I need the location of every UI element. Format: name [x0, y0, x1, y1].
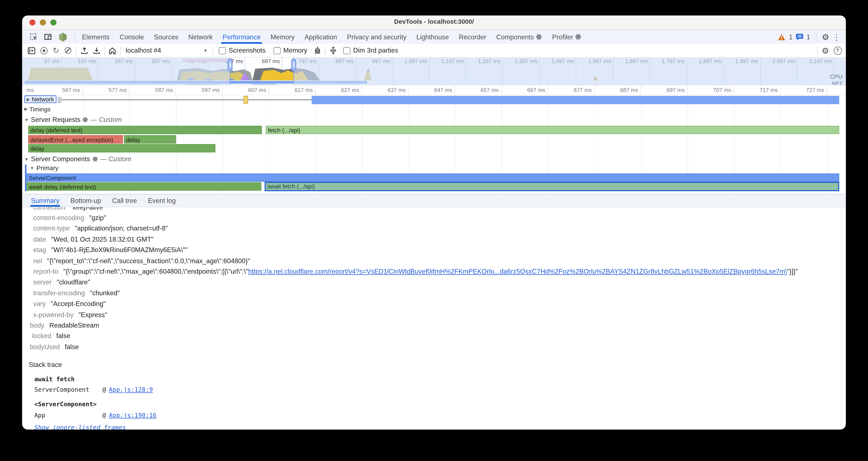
timeline-overview[interactable]: 97 ms197 ms297 ms397 ms497 ms597 ms697 m… — [22, 58, 846, 86]
memory-toggle[interactable]: Memory — [269, 47, 311, 54]
track-resize-grip[interactable] — [58, 97, 62, 103]
load-profile-icon[interactable] — [78, 45, 90, 56]
summary-pane[interactable]: connection"keep-alive" content-encoding"… — [22, 207, 846, 429]
stack-frame: ServerComponent @ App.js:128:9 — [22, 384, 846, 395]
collect-garbage-icon[interactable] — [311, 45, 323, 56]
tab-lighthouse[interactable]: Lighthouse — [411, 30, 454, 44]
react-atom-icon — [83, 117, 88, 122]
header-row: bodyReadableStream — [22, 320, 846, 330]
screen: DevTools - localhost:3000/ Elements Cons… — [0, 0, 868, 461]
memory-checkbox[interactable] — [273, 47, 281, 54]
header-row: etag"W/\"4b1-RjEJloX9kRinu6F0MAZMmy6E5iA… — [22, 244, 846, 255]
tab-network[interactable]: Network — [183, 30, 218, 44]
report-endpoint-link[interactable]: https://a.nel.cloudflare.com/report/v4?s… — [248, 268, 787, 276]
help-icon[interactable]: ? — [832, 45, 844, 56]
history-selected-value: localhost #4 — [126, 47, 200, 54]
tab-memory[interactable]: Memory — [266, 30, 300, 44]
disclosure-right-icon[interactable]: ▶ — [27, 97, 30, 102]
header-row: connection"keep-alive" — [22, 207, 846, 212]
show-ignore-listed-frames-link[interactable]: Show ignore-listed frames — [34, 424, 126, 429]
header-row: transfer-encoding"chunked" — [22, 288, 846, 298]
tab-performance[interactable]: Performance — [218, 30, 266, 44]
overview-shade-right — [293, 58, 846, 85]
disclosure-down-icon[interactable]: ▼ — [30, 166, 34, 170]
event-fetch-api[interactable]: fetch (.../api) — [266, 126, 839, 134]
tab-elements[interactable]: Elements — [77, 30, 115, 44]
event-delayed-error[interactable]: delayedError (...ayed exception) — [28, 135, 123, 143]
tab-bottom-up[interactable]: Bottom-up — [65, 195, 106, 207]
server-requests-header[interactable]: ▼ Server Requests — Custom — [22, 116, 122, 123]
home-icon[interactable] — [106, 45, 119, 56]
capture-settings-gear-icon[interactable]: ⚙ — [819, 45, 832, 56]
header-row: lockedfalse — [22, 331, 846, 342]
header-row: content-type"application/json; charset=u… — [22, 223, 846, 234]
tab-console[interactable]: Console — [115, 30, 149, 44]
dim-3rd-parties-checkbox[interactable] — [343, 47, 350, 54]
event-server-component[interactable]: ServerComponent — [27, 173, 839, 182]
network-track[interactable]: ▶ Network — [22, 95, 846, 104]
tab-summary[interactable]: Summary — [25, 195, 65, 207]
primary-group-header[interactable]: ▼ Primary — [22, 165, 59, 171]
tab-application[interactable]: Application — [300, 30, 342, 44]
screenshots-toggle[interactable]: Screenshots — [215, 47, 270, 54]
network-request-short[interactable] — [244, 96, 248, 104]
tab-sources[interactable]: Sources — [149, 30, 183, 44]
tab-event-log[interactable]: Event log — [143, 195, 181, 207]
disclosure-right-icon[interactable]: ▶ — [24, 107, 28, 111]
event-delay-c[interactable]: delay — [28, 144, 215, 152]
event-delay-deferred[interactable]: delay (deferred text) — [28, 126, 262, 134]
event-await-delay[interactable]: await delay (deferred text) — [27, 182, 261, 191]
network-request-api[interactable] — [312, 95, 839, 104]
history-select[interactable]: localhost #4 ▼ — [122, 47, 211, 54]
selection-handle-left[interactable] — [227, 58, 232, 85]
server-components-header[interactable]: ▼ Server Components — Custom — [22, 155, 131, 163]
event-delay-b[interactable]: delay — [124, 135, 176, 143]
tab-recorder[interactable]: Recorder — [454, 30, 491, 44]
disclosure-down-icon[interactable]: ▼ — [24, 117, 29, 122]
warning-icon[interactable] — [778, 34, 785, 40]
performance-toolbar: ↻ localhost #4 ▼ Screenshots Memory — [22, 44, 846, 58]
timings-track[interactable]: ▶ Timings — [22, 105, 846, 114]
tab-profiler[interactable]: Profiler — [547, 30, 587, 44]
header-row: content-encoding"gzip" — [22, 212, 846, 223]
source-link[interactable]: App.js:190:16 — [109, 412, 157, 419]
react-atom-icon — [92, 156, 98, 162]
disclosure-down-icon[interactable]: ▼ — [24, 156, 29, 162]
scrollbar-track[interactable] — [841, 207, 841, 429]
window-title: DevTools - localhost:3000/ — [22, 19, 846, 25]
dim-3rd-parties-toggle[interactable]: Dim 3rd parties — [339, 47, 402, 54]
nodejs-icon[interactable] — [56, 31, 68, 42]
net-lane-label: NET — [832, 80, 843, 85]
live-metrics-icon[interactable] — [25, 45, 38, 56]
header-row: vary"Accept-Encoding" — [22, 298, 846, 309]
collapse-sanity-icon[interactable] — [327, 45, 339, 56]
selection-handle-right[interactable] — [291, 58, 296, 85]
stack-frame: App @ App.js:190:16 — [22, 410, 846, 421]
stack-trace-title: Stack trace — [22, 359, 846, 370]
record-icon[interactable] — [38, 45, 50, 56]
tab-privacy-security[interactable]: Privacy and security — [342, 30, 411, 44]
tab-components[interactable]: Components — [491, 30, 547, 44]
tab-call-tree[interactable]: Call tree — [106, 195, 143, 207]
more-options-icon[interactable]: ⋮ — [833, 33, 840, 40]
stack-async-label: await fetch — [22, 374, 846, 384]
screenshots-checkbox[interactable] — [219, 47, 226, 54]
inspect-element-icon[interactable] — [28, 31, 40, 42]
reload-record-icon[interactable]: ↻ — [50, 45, 62, 56]
ruler-unit: ms — [27, 87, 34, 93]
save-profile-icon[interactable] — [90, 45, 102, 56]
chevron-down-icon: ▼ — [203, 48, 208, 53]
settings-gear-icon[interactable]: ⚙ — [822, 33, 829, 41]
titlebar: DevTools - localhost:3000/ — [22, 16, 846, 30]
event-await-fetch-selected[interactable]: await fetch (.../api) — [265, 182, 839, 191]
header-row: server"cloudflare" — [22, 277, 846, 288]
stack-component-label: <ServerComponent> — [22, 399, 846, 410]
source-link[interactable]: App.js:128:9 — [109, 386, 153, 394]
react-atom-icon — [576, 34, 582, 40]
device-toolbar-icon[interactable] — [42, 31, 54, 42]
network-track-label[interactable]: ▶ Network — [24, 95, 56, 103]
flame-chart[interactable]: ▶ Network ▶ Timings ▼ Server Requests — … — [22, 95, 846, 194]
clear-icon[interactable] — [62, 45, 74, 56]
timeline-ruler: ms 567 ms577 ms587 ms597 ms607 ms617 ms6… — [22, 85, 846, 95]
issues-icon[interactable] — [796, 34, 803, 40]
